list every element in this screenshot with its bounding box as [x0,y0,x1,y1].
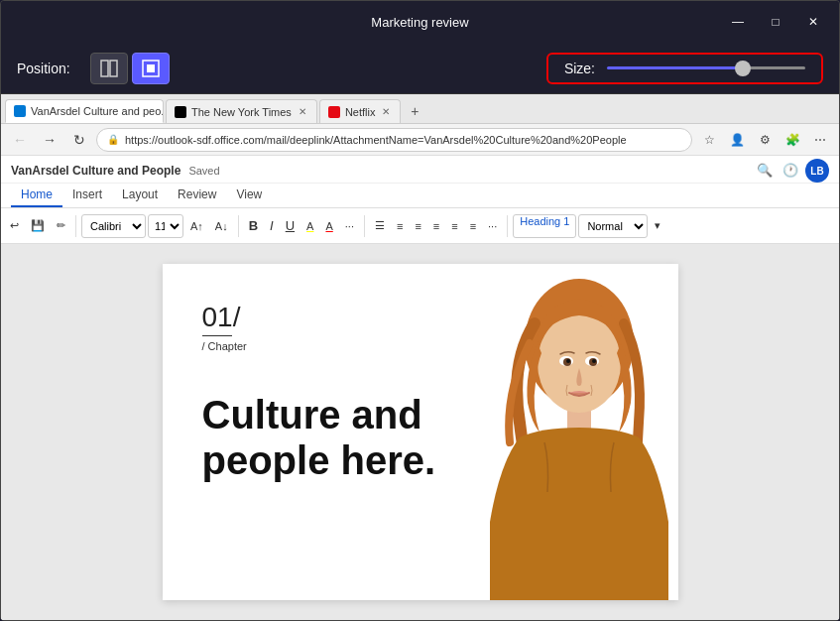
ribbon-tabs: Home Insert Layout Review View [1,184,839,208]
separator-2 [238,215,239,237]
browser-tab-0[interactable]: VanArsdel Culture and peo... ✕ [5,99,164,123]
lock-icon: 🔒 [107,134,119,145]
nav-extras: ☆ 👤 ⚙ 🧩 ⋯ [696,127,833,153]
font-color-button[interactable]: A [320,212,337,240]
browser-tab-1[interactable]: The New York Times ✕ [166,99,317,123]
ribbon-tab-review[interactable]: Review [168,184,226,207]
separator-1 [75,215,76,237]
address-text: https://outlook-sdf.office.com/mail/deep… [125,134,627,146]
save-button[interactable]: 💾 [26,212,50,240]
bullet-list-button[interactable]: ☰ [370,212,390,240]
browser-menu-button[interactable]: ⋯ [807,127,833,153]
print-button[interactable]: ✏ [52,212,70,240]
svg-rect-0 [101,61,108,76]
undo-button[interactable]: ↩ [5,212,24,240]
position-label: Position: [17,61,70,76]
word-header-right: 🔍 🕐 LB [754,159,829,183]
browser-tabs: VanArsdel Culture and peo... ✕ The New Y… [1,94,839,124]
svg-point-12 [592,359,596,363]
maximize-button[interactable]: □ [758,8,793,36]
window-controls: — □ ✕ [720,8,831,36]
browser-nav: ← → ↻ 🔒 https://outlook-sdf.office.com/m… [1,124,839,156]
tab-label-0: VanArsdel Culture and peo... [31,105,164,117]
position-icon-2 [141,59,161,78]
person-image [460,264,678,600]
main-window: Marketing review — □ ✕ Position: [0,0,840,621]
title-bar: Marketing review — □ ✕ [1,1,839,43]
bold-button[interactable]: B [244,212,263,240]
underline-button[interactable]: U [281,212,300,240]
ribbon-tab-home[interactable]: Home [11,184,62,207]
tab-close-1[interactable]: ✕ [297,105,308,118]
headline-line2: people here. [202,438,436,482]
tab-favicon-0 [14,105,26,117]
new-tab-button[interactable]: + [403,99,426,123]
italic-button[interactable]: I [265,212,279,240]
tab-favicon-1 [175,106,186,118]
user-avatar[interactable]: LB [805,159,829,183]
settings-button[interactable]: ⚙ [752,127,778,153]
word-header: VanArsdel Culture and People Saved 🔍 🕐 L… [1,156,839,184]
numbered-list-button[interactable]: ≡ [392,212,408,240]
font-shrink-button[interactable]: A↓ [210,212,233,240]
ribbon-tab-layout[interactable]: Layout [112,184,168,207]
svg-point-6 [538,313,621,413]
forward-button[interactable]: → [37,127,62,153]
history-icon[interactable]: 🕐 [780,159,801,181]
tab-label-1: The New York Times [191,106,292,118]
doc-page: 01/ / Chapter Culture and people here. [163,264,678,600]
toolbar-bar: Position: Size: [1,43,839,94]
ribbon-tab-insert[interactable]: Insert [62,184,112,207]
chapter-divider [202,335,232,336]
position-buttons [90,53,170,84]
font-size-select[interactable]: 11 [148,214,183,238]
browser-area: VanArsdel Culture and peo... ✕ The New Y… [1,94,839,620]
window-title: Marketing review [371,15,468,30]
profile-button[interactable]: 👤 [724,127,750,153]
more-format-button[interactable]: ··· [340,212,359,240]
headline-line1: Culture and [202,393,422,436]
style-expand-button[interactable]: ▾ [650,212,665,240]
separator-3 [364,215,365,237]
font-select[interactable]: Calibri [81,214,146,238]
position-icon-1 [99,59,119,78]
heading-style-label[interactable]: Heading 1 [513,214,576,238]
word-doc-title: VanArsdel Culture and People [11,164,180,178]
back-button[interactable]: ← [7,127,33,153]
align-justify-button[interactable]: ≡ [465,212,481,240]
person-svg [460,264,678,600]
address-bar[interactable]: 🔒 https://outlook-sdf.office.com/mail/de… [96,128,692,152]
word-ribbon: ↩ 💾 ✏ Calibri 11 A↑ A↓ B I U A A ··· [1,208,839,244]
ribbon-tab-view[interactable]: View [226,184,272,207]
close-button[interactable]: ✕ [795,8,831,36]
align-right-button[interactable]: ≡ [446,212,462,240]
extensions-button[interactable]: 🧩 [780,127,805,153]
size-label: Size: [564,61,595,76]
position-btn-2[interactable] [132,53,170,84]
tab-close-2[interactable]: ✕ [380,105,392,118]
word-chrome: VanArsdel Culture and People Saved 🔍 🕐 L… [1,156,839,620]
word-saved-status: Saved [188,165,219,177]
separator-4 [507,215,508,237]
svg-point-11 [566,359,570,363]
position-btn-1[interactable] [90,53,128,84]
align-left-button[interactable]: ≡ [410,212,425,240]
refresh-button[interactable]: ↻ [66,127,92,153]
font-grow-button[interactable]: A↑ [185,212,208,240]
favorites-button[interactable]: ☆ [696,127,722,153]
tab-favicon-2 [328,106,340,118]
svg-rect-1 [110,61,117,76]
tab-label-2: Netflix [345,106,376,118]
search-icon[interactable]: 🔍 [754,159,776,181]
doc-area: 01/ / Chapter Culture and people here. [1,244,839,620]
size-slider[interactable] [607,66,805,69]
svg-rect-3 [147,64,155,72]
highlight-button[interactable]: A [301,212,318,240]
size-section: Size: [546,53,823,84]
align-center-button[interactable]: ≡ [428,212,444,240]
browser-tab-2[interactable]: Netflix ✕ [319,99,402,123]
minimize-button[interactable]: — [720,8,756,36]
doc-headline: Culture and people here. [202,392,480,483]
style-select[interactable]: Normal [578,214,648,238]
more-para-button[interactable]: ··· [483,212,502,240]
